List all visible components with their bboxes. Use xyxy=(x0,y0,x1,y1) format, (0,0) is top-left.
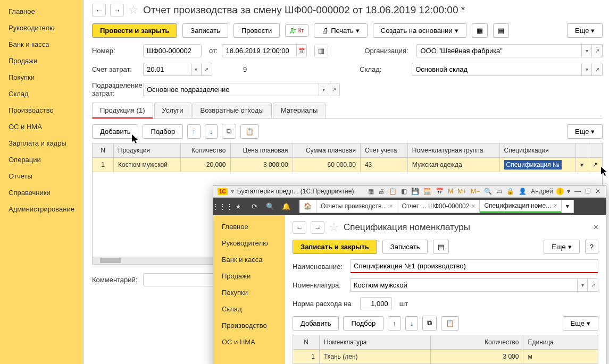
copy-icon[interactable]: ⧉ xyxy=(222,124,236,139)
more-button[interactable]: Еще ▾ xyxy=(567,124,603,139)
col-qty[interactable]: Количество xyxy=(430,335,523,350)
dropdown-icon[interactable]: ▾ xyxy=(581,44,592,57)
bell-icon[interactable]: 🔔 xyxy=(280,201,292,213)
sidebar-item[interactable]: Администрирование xyxy=(0,201,83,217)
copy-icon[interactable]: ⧉ xyxy=(422,316,437,331)
save-icon[interactable]: 💾 xyxy=(410,188,420,195)
sidebar-item[interactable]: Продажи xyxy=(0,53,83,69)
dropdown-icon[interactable]: ▾ xyxy=(581,63,592,76)
sidebar-item[interactable]: Производство xyxy=(213,317,285,334)
move-up-icon[interactable]: ↑ xyxy=(388,316,401,331)
col-nomgrp[interactable]: Номенклатурная группа xyxy=(407,143,499,158)
back-button[interactable]: ← xyxy=(293,221,306,234)
warehouse-input[interactable] xyxy=(412,63,581,76)
post-and-close-button[interactable]: Провести и закрыть xyxy=(92,23,177,38)
sidebar-item[interactable]: Справочники xyxy=(0,184,83,201)
m-icon[interactable]: M xyxy=(447,188,454,195)
sidebar-item[interactable]: Склад xyxy=(213,301,285,317)
tab-returns[interactable]: Возвратные отходы xyxy=(193,103,272,118)
close-tab-icon[interactable]: × xyxy=(389,202,393,210)
calendar-icon[interactable]: 📅 xyxy=(296,44,307,57)
open-icon[interactable]: ↗ xyxy=(588,278,598,292)
clipboard-icon[interactable]: 📋 xyxy=(388,188,398,195)
window-tab[interactable]: Спецификация номе...× xyxy=(480,200,562,213)
window-tab[interactable]: Отчеты производств...× xyxy=(316,200,397,213)
sidebar-item[interactable]: Зарплата и кадры xyxy=(0,135,83,151)
m-plus-icon[interactable]: M+ xyxy=(456,188,468,195)
name-input[interactable] xyxy=(350,259,598,273)
home-tab[interactable]: 🏠 xyxy=(299,200,316,213)
org-input[interactable] xyxy=(416,44,581,57)
screen-icon[interactable]: ▭ xyxy=(495,188,503,195)
col-unit[interactable]: Единица xyxy=(523,335,598,350)
costacc-input[interactable] xyxy=(143,63,191,76)
save-button[interactable]: Записать xyxy=(382,240,428,254)
help-button[interactable]: ? xyxy=(585,240,598,254)
col-sum[interactable]: Сумма плановая xyxy=(293,143,360,158)
sub-titlebar[interactable]: 1С ▾ Бухгалтерия предп... (1С:Предприяти… xyxy=(213,185,606,198)
add-button[interactable]: Добавить xyxy=(293,316,339,331)
print-icon[interactable]: 🖨 xyxy=(377,188,386,195)
sidebar-item[interactable]: Производство xyxy=(0,102,83,118)
open-icon[interactable]: ↗ xyxy=(592,63,603,76)
calendar-icon[interactable]: 📅 xyxy=(435,188,445,195)
sidebar-item[interactable]: Продажи xyxy=(213,268,285,284)
col-n[interactable]: N xyxy=(92,143,113,158)
forward-button[interactable]: → xyxy=(110,4,124,16)
calc-icon[interactable]: 🧮 xyxy=(422,188,432,195)
sidebar-item[interactable]: Руководителю xyxy=(0,20,83,36)
more-button[interactable]: Еще ▾ xyxy=(563,316,598,331)
window-tab[interactable]: Отчет ... ШФ00-000002× xyxy=(397,200,480,213)
sidebar-item[interactable]: Склад xyxy=(0,86,83,102)
dtkt-button[interactable]: ДтКт xyxy=(285,24,308,37)
number-input[interactable] xyxy=(143,44,202,57)
minimize-icon[interactable]: — xyxy=(573,188,582,195)
col-n[interactable]: N xyxy=(293,335,320,350)
user-name[interactable]: Андрей xyxy=(530,188,554,195)
col-product[interactable]: Продукция xyxy=(113,143,180,158)
move-up-icon[interactable]: ↑ xyxy=(187,124,201,139)
back-button[interactable]: ← xyxy=(92,4,106,16)
sidebar-item[interactable]: ОС и НМА xyxy=(0,118,83,135)
close-tab-icon[interactable]: × xyxy=(471,202,475,210)
paste-icon[interactable]: 📋 xyxy=(240,124,258,139)
col-nom[interactable]: Номенклатура xyxy=(320,335,431,350)
sidebar-item[interactable]: Покупки xyxy=(213,284,285,301)
sidebar-item[interactable]: Банк и касса xyxy=(213,251,285,268)
spec-cell-active[interactable]: Спецификация № xyxy=(504,160,562,170)
dropdown-icon[interactable]: ▾ xyxy=(191,63,202,76)
col-acc[interactable]: Счет учета xyxy=(360,143,407,158)
save-close-button[interactable]: Записать и закрыть xyxy=(293,240,377,254)
more-button[interactable]: Еще ▾ xyxy=(544,240,579,254)
move-down-icon[interactable]: ↓ xyxy=(405,316,419,331)
favorite-icon[interactable]: ☆ xyxy=(329,221,339,234)
sidebar-item[interactable]: Главное xyxy=(0,3,83,20)
pick-button[interactable]: Подбор xyxy=(143,124,183,139)
register-button[interactable]: ▦ xyxy=(472,23,488,38)
list-button[interactable]: ▤ xyxy=(433,240,449,254)
search-icon[interactable]: 🔍 xyxy=(264,201,276,213)
open-icon[interactable]: ↗ xyxy=(588,158,603,172)
zoom-icon[interactable]: 🔍 xyxy=(483,188,493,195)
m-minus-icon[interactable]: M− xyxy=(470,188,481,195)
col-price[interactable]: Цена плановая xyxy=(230,143,293,158)
sidebar-item[interactable]: Руководителю xyxy=(213,235,285,251)
more-button[interactable]: Еще ▾ xyxy=(567,23,603,38)
sidebar-item[interactable]: Главное xyxy=(213,218,285,235)
norm-input[interactable] xyxy=(360,297,392,310)
table-row[interactable]: 1 Ткань (лен) 3 000 м xyxy=(293,350,598,364)
print-button[interactable]: 🖨 Печать ▾ xyxy=(314,23,368,38)
tab-products[interactable]: Продукция (1) xyxy=(92,103,153,118)
open-icon[interactable]: ↗ xyxy=(202,63,212,76)
dropdown-icon[interactable]: ▾ xyxy=(576,158,588,172)
dropdown-icon[interactable]: ▾ xyxy=(577,278,588,292)
open-icon[interactable]: ↗ xyxy=(329,83,340,96)
lock-icon[interactable]: 🔒 xyxy=(505,188,515,195)
apps-icon[interactable]: ⋮⋮⋮ xyxy=(216,201,228,213)
favorite-icon[interactable]: ☆ xyxy=(128,3,139,17)
close-icon[interactable]: ✕ xyxy=(594,188,602,195)
open-icon[interactable]: ↗ xyxy=(592,44,603,57)
sidebar-item[interactable]: Покупки xyxy=(0,69,83,86)
dropdown-icon[interactable]: ▾ xyxy=(319,83,329,96)
info-icon[interactable]: i xyxy=(556,188,564,195)
